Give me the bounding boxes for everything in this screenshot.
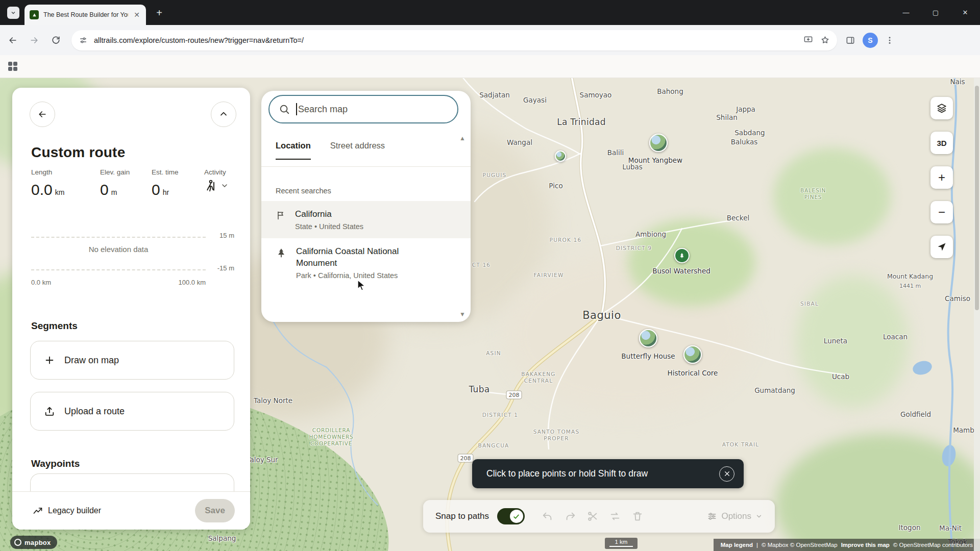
- map-label: Luneta: [824, 337, 847, 345]
- scale-bar: [609, 546, 633, 547]
- legacy-builder-link[interactable]: Legacy builder: [33, 506, 101, 516]
- delete-button[interactable]: [632, 511, 643, 522]
- mapbox-logo[interactable]: mapbox: [10, 536, 57, 549]
- map-label: 1441 m: [899, 283, 921, 290]
- map-label: Gayasi: [523, 96, 547, 105]
- map-label: Ambiong: [635, 230, 666, 239]
- map-label: CORDILLERA HOMEOWNERS COOPERATIVE: [309, 427, 354, 447]
- back-button[interactable]: [4, 32, 21, 49]
- profile-avatar[interactable]: S: [863, 33, 878, 48]
- tab-search-button[interactable]: [7, 7, 19, 19]
- install-icon[interactable]: [803, 35, 813, 45]
- stat-unit: hr: [163, 188, 169, 196]
- split-button[interactable]: [587, 511, 598, 522]
- improve-map-link[interactable]: Improve this map: [841, 542, 890, 548]
- activity-selector[interactable]: [204, 179, 229, 192]
- url-text[interactable]: alltrails.com/explore/custom-routes/new?…: [94, 36, 803, 44]
- road-badge: 208: [506, 391, 522, 399]
- tab-close-icon[interactable]: ✕: [133, 11, 141, 19]
- maximize-button[interactable]: ▢: [921, 0, 950, 25]
- map-legend-link[interactable]: Map legend: [721, 542, 753, 548]
- stat-label: Activity: [204, 168, 229, 176]
- new-tab-button[interactable]: +: [153, 7, 165, 19]
- undo-button[interactable]: [542, 511, 553, 522]
- toast-close-button[interactable]: [719, 466, 734, 482]
- save-label: Save: [205, 506, 225, 516]
- back-to-explore-button[interactable]: [30, 102, 55, 127]
- site-info-icon[interactable]: [79, 36, 88, 45]
- map-label: Historical Core: [668, 369, 718, 378]
- search-input[interactable]: [268, 95, 458, 123]
- arrow-left-icon: [37, 109, 47, 119]
- scroll-up-indicator[interactable]: ▲: [459, 135, 465, 142]
- map-label: PUROK 16: [550, 237, 582, 243]
- map-poi-photo[interactable]: [649, 134, 668, 152]
- result-title: California Coastal National Monument: [296, 246, 435, 269]
- plus-icon: [44, 355, 55, 366]
- map-poi-photo-sm[interactable]: [555, 151, 566, 162]
- navigation-arrow-icon: [937, 242, 947, 252]
- scroll-down-indicator[interactable]: ▼: [459, 311, 465, 318]
- minimize-button[interactable]: —: [891, 0, 921, 25]
- map-label: Mount Kadang: [887, 272, 933, 281]
- close-button[interactable]: ✕: [950, 0, 980, 25]
- snap-to-paths-toggle[interactable]: [497, 508, 525, 524]
- tab-street-address[interactable]: Street address: [330, 141, 385, 160]
- stat-label: Elev. gain: [100, 168, 130, 176]
- map-poi-tree[interactable]: [674, 248, 690, 263]
- map-label: BAKAKENG CENTRAL: [521, 371, 555, 384]
- layers-button[interactable]: [930, 97, 953, 119]
- layers-icon: [936, 103, 947, 114]
- close-icon: [724, 470, 730, 477]
- search-result-california[interactable]: California State • United States: [261, 201, 471, 238]
- map-poi-photo[interactable]: [639, 329, 657, 347]
- scrollbar-thumb[interactable]: [975, 86, 979, 310]
- upload-route-button[interactable]: Upload a route: [30, 392, 234, 431]
- zoom-out-button[interactable]: −: [930, 201, 953, 223]
- map-poi-photo[interactable]: [683, 345, 702, 364]
- options-label: Options: [721, 511, 751, 521]
- collapse-panel-button[interactable]: [211, 102, 236, 127]
- map-label: Ma-Nit: [939, 524, 962, 533]
- attribution-credits[interactable]: © Mapbox © OpenStreetMap: [762, 542, 838, 548]
- reload-button[interactable]: [47, 32, 64, 49]
- elevation-y-min: -15 m: [208, 264, 234, 272]
- menu-dots-icon[interactable]: [885, 36, 894, 45]
- tune-icon: [707, 511, 717, 521]
- search-results: California State • United States Califor…: [261, 201, 471, 287]
- hiker-icon: [204, 179, 217, 192]
- map-label: BANGCUA: [478, 442, 509, 449]
- locate-button[interactable]: [930, 236, 953, 258]
- tree-icon: [276, 247, 287, 259]
- bookmark-star-icon[interactable]: [820, 35, 830, 45]
- page-scrollbar[interactable]: [974, 78, 980, 551]
- url-bar[interactable]: alltrails.com/explore/custom-routes/new?…: [71, 30, 837, 51]
- map-label: Gumatdang: [754, 386, 795, 395]
- apps-grid-icon[interactable]: [8, 62, 17, 71]
- recent-searches-heading: Recent searches: [276, 187, 331, 195]
- draw-on-map-button[interactable]: Draw on map: [30, 341, 234, 380]
- save-button[interactable]: Save: [195, 499, 235, 522]
- page-title: Custom route: [31, 144, 125, 161]
- attribution-separator: |: [756, 542, 758, 548]
- no-elevation-message: No elevation data: [31, 245, 206, 254]
- result-title: California: [295, 209, 363, 220]
- snap-to-paths-label: Snap to paths: [435, 511, 489, 521]
- redo-button[interactable]: [565, 511, 576, 522]
- reload-icon: [51, 35, 61, 45]
- options-button[interactable]: Options: [707, 511, 763, 521]
- map-label: Balukas: [731, 138, 758, 146]
- attribution-contributors[interactable]: © OpenStreetMap contributors: [893, 542, 973, 548]
- waypoint-field[interactable]: [30, 473, 234, 492]
- browser-tab[interactable]: The Best Route Builder for Your ✕: [24, 5, 146, 25]
- tab-location[interactable]: Location: [276, 141, 311, 160]
- 3d-toggle-button[interactable]: 3D: [930, 132, 953, 154]
- alltrails-favicon: [30, 10, 39, 19]
- reverse-button[interactable]: [609, 511, 621, 522]
- zoom-in-button[interactable]: +: [930, 166, 953, 189]
- route-tools-bar: Snap to paths Options: [423, 500, 775, 533]
- side-panel-icon[interactable]: [845, 35, 855, 45]
- scale-label: 1 km: [615, 539, 628, 545]
- forward-button[interactable]: [26, 32, 43, 49]
- toolbar-right: S: [845, 33, 894, 48]
